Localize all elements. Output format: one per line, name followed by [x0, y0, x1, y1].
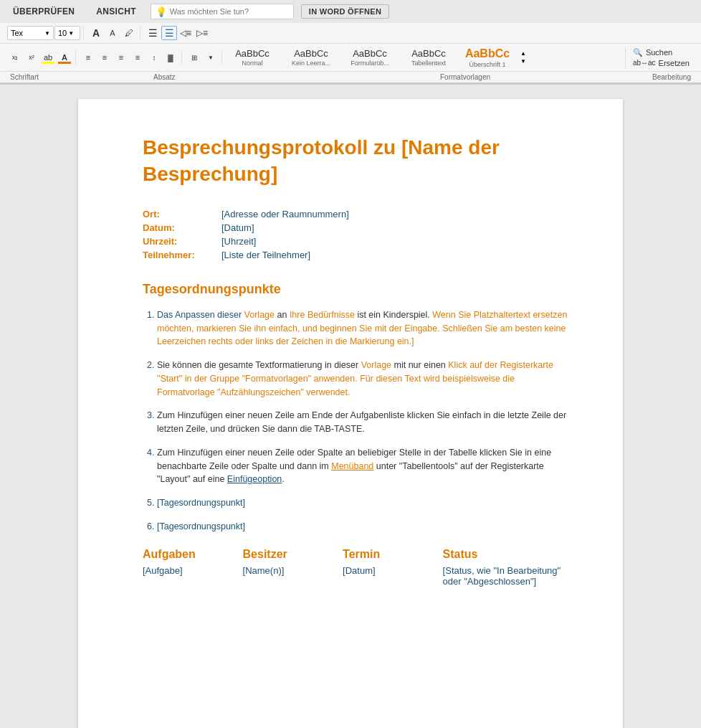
style-normal[interactable]: AaBbCc Normal [224, 47, 281, 69]
style-no-space-label: Kein Leerra... [292, 60, 330, 67]
font-selector[interactable]: Tex ▼ [7, 26, 54, 40]
align-center-button[interactable]: ≡ [97, 50, 113, 65]
tasks-header-besitzer: Besitzer [243, 548, 343, 561]
meta-teilnehmer-label: Teilnehmer: [143, 250, 221, 260]
meta-ort: Ort: [Adresse oder Raumnummern] [143, 209, 573, 219]
search-label: Suchen [646, 48, 672, 57]
subscript-button[interactable]: x₂ [7, 50, 23, 65]
agenda-list: Das Anpassen dieser Vorlage an Ihre Bedü… [143, 308, 573, 534]
replace-button[interactable]: ab↔ac Ersetzen [631, 58, 691, 68]
style-form-heading-preview: AaBbCc [353, 48, 387, 60]
tasks-header-aufgaben: Aufgaben [143, 548, 243, 561]
increase-indent-button[interactable]: ▷≡ [194, 26, 210, 40]
replace-icon: ab↔ac [633, 59, 656, 67]
border-dropdown-button[interactable]: ▼ [203, 50, 219, 65]
paragraph-align-group: ≡ ≡ ≡ ≡ ↕ ▓ [77, 50, 182, 65]
superscript-button[interactable]: x² [24, 50, 39, 65]
style-heading1-preview: AaBbCc [465, 47, 510, 60]
open-word-button[interactable]: IN WORD ÖFFNEN [301, 4, 389, 19]
border-group: ⊞ ▼ [183, 50, 222, 65]
tasks-col-besitzer: Besitzer [Name(n)] [243, 548, 343, 587]
agenda-item-5: [Tagesordnungspunkt] [157, 498, 245, 508]
meta-datum: Datum: [Datum] [143, 222, 573, 233]
style-heading1[interactable]: AaBbCc Überschrift 1 [459, 45, 516, 70]
tasks-value-status[interactable]: [Status, wie "In Bearbeitung" oder "Abge… [443, 565, 573, 587]
list-item[interactable]: Zum Hinzufügen einer neuen Zeile oder Sp… [157, 446, 573, 486]
meta-datum-label: Datum: [143, 222, 221, 233]
font-size-selector[interactable]: 10 ▼ [54, 26, 80, 40]
list-item[interactable]: Das Anpassen dieser Vorlage an Ihre Bedü… [157, 308, 573, 349]
tasks-value-besitzer[interactable]: [Name(n)] [243, 565, 343, 576]
increase-font-button[interactable]: A [88, 26, 104, 40]
justify-button[interactable]: ≡ [130, 50, 146, 65]
style-table-text[interactable]: AaBbCc Tabellentext [400, 47, 457, 69]
tasks-value-aufgaben[interactable]: [Aufgabe] [143, 565, 243, 576]
tasks-header-status: Status [443, 548, 573, 561]
style-table-text-label: Tabellentext [411, 60, 446, 67]
style-normal-label: Normal [242, 60, 262, 67]
style-form-heading[interactable]: AaBbCc Formularüb... [341, 47, 399, 69]
highlight-button[interactable]: ab [40, 50, 56, 65]
borders-button[interactable]: ⊞ [186, 50, 202, 65]
font-size-dropdown-icon[interactable]: ▼ [68, 30, 74, 37]
ribbon-tabs: ÜBERPRÜFEN ANSICHT 💡 IN WORD ÖFFNEN [0, 0, 701, 23]
tasks-col-aufgaben: Aufgaben [Aufgabe] [143, 548, 243, 587]
search-input[interactable] [170, 7, 285, 16]
document-meta: Ort: [Adresse oder Raumnummern] Datum: [… [143, 209, 573, 260]
meta-teilnehmer: Teilnehmer: [Liste der Teilnehmer] [143, 250, 573, 260]
tasks-value-termin[interactable]: [Datum] [343, 565, 443, 576]
align-left-button[interactable]: ≡ [80, 50, 96, 65]
list-item[interactable]: [Tagesordnungspunkt] [157, 496, 573, 510]
font-group: Tex ▼ 10 ▼ [4, 26, 84, 40]
styles-dropdown-arrow[interactable]: ▲ ▼ [518, 50, 529, 65]
style-no-space[interactable]: AaBbCc Kein Leerra... [282, 47, 340, 69]
font-size-group: A A 🖊 [85, 26, 140, 40]
document-page: Besprechungsprotokoll zu [Name der Bespr… [78, 99, 623, 728]
tasks-header-termin: Termin [343, 548, 443, 561]
meta-uhrzeit: Uhrzeit: [Uhrzeit] [143, 236, 573, 247]
absatz-label: Absatz [148, 73, 305, 81]
search-button[interactable]: 🔍 Suchen [631, 47, 691, 58]
style-normal-preview: AaBbCc [235, 48, 270, 60]
bullet-list-button[interactable]: ☰ [145, 26, 161, 40]
shading-button[interactable]: ▓ [163, 50, 178, 65]
list-item[interactable]: [Tagesordnungspunkt] [157, 520, 573, 534]
text-format-group: x₂ x² ab A [4, 50, 76, 65]
search-icon: 🔍 [633, 48, 643, 57]
meta-datum-value[interactable]: [Datum] [221, 222, 254, 233]
list-group: ☰ ☰ ◁≡ ▷≡ [142, 26, 213, 40]
decrease-indent-button[interactable]: ◁≡ [178, 26, 194, 40]
list-item[interactable]: Sie können die gesamte Textformatierung … [157, 359, 573, 399]
meta-uhrzeit-value[interactable]: [Uhrzeit] [221, 236, 256, 247]
ribbon: ÜBERPRÜFEN ANSICHT 💡 IN WORD ÖFFNEN Tex … [0, 0, 701, 85]
agenda-item-1-text: Das Anpassen dieser [157, 310, 244, 320]
clear-format-button[interactable]: 🖊 [121, 26, 137, 40]
style-table-text-preview: AaBbCc [411, 48, 446, 60]
schriftart-label: Schriftart [4, 73, 148, 81]
eraser-icon: 🖊 [125, 28, 133, 38]
document-title[interactable]: Besprechungsprotokoll zu [Name der Bespr… [143, 135, 573, 187]
line-spacing-button[interactable]: ↕ [146, 50, 162, 65]
tasks-col-termin: Termin [Datum] [343, 548, 443, 587]
meta-teilnehmer-value[interactable]: [Liste der Teilnehmer] [221, 250, 310, 260]
section-labels: Schriftart Absatz Formatvorlagen Bearbei… [0, 72, 701, 84]
meta-uhrzeit-label: Uhrzeit: [143, 236, 221, 247]
tab-uberprufen[interactable]: ÜBERPRÜFEN [3, 0, 85, 23]
font-color-button[interactable]: A [57, 50, 72, 65]
ribbon-search-box[interactable]: 💡 [151, 4, 294, 19]
numbered-list-button[interactable]: ☰ [161, 26, 177, 40]
style-no-space-preview: AaBbCc [294, 48, 328, 60]
align-right-button[interactable]: ≡ [113, 50, 129, 65]
style-form-heading-label: Formularüb... [350, 60, 389, 67]
agenda-heading: Tagesordnungspunkte [143, 282, 573, 297]
font-dropdown-icon[interactable]: ▼ [44, 30, 50, 37]
font-size-value: 10 [58, 29, 67, 37]
list-item[interactable]: Zum Hinzufügen einer neuen Zeile am Ende… [157, 409, 573, 436]
formatvorlagen-label: Formatvorlagen [305, 73, 625, 81]
tab-ansicht[interactable]: ANSICHT [86, 0, 146, 23]
style-heading1-label: Überschrift 1 [469, 61, 505, 68]
decrease-font-button[interactable]: A [105, 26, 120, 40]
bearbeitung-label: Bearbeitung [625, 73, 697, 81]
font-color-icon: A [62, 53, 67, 62]
meta-ort-value[interactable]: [Adresse oder Raumnummern] [221, 209, 349, 219]
